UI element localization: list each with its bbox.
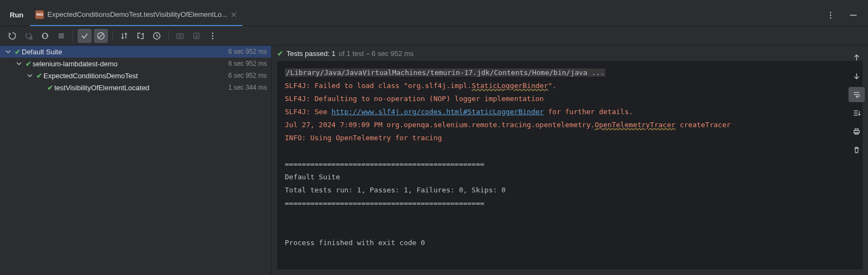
scroll-up-icon[interactable] — [848, 50, 865, 65]
svg-point-12 — [212, 38, 214, 39]
check-icon: ✔ — [277, 49, 283, 58]
pass-check-icon: ✔ — [24, 60, 33, 68]
test-node-name: ExpectedConditionsDemoTest — [43, 72, 228, 80]
console-java-path: /Library/Java/JavaVirtualMachines/temuri… — [285, 68, 605, 77]
show-ignored-icon[interactable] — [94, 29, 108, 43]
console-output[interactable]: /Library/Java/JavaVirtualMachines/temuri… — [277, 61, 863, 270]
test-node-name: Default Suite — [22, 48, 228, 56]
import-tests-icon[interactable] — [173, 29, 187, 43]
stop-icon[interactable] — [54, 29, 68, 43]
console-side-toolbar — [845, 46, 868, 158]
test-node-name: selenium-lambdatest-demo — [33, 60, 228, 68]
svg-point-1 — [830, 14, 832, 16]
test-node-time: 6 sec 952 ms — [228, 48, 267, 55]
test-tree-row[interactable]: ✔selenium-lambdatest-demo6 sec 952 ms — [0, 58, 271, 70]
summary-dash: – — [366, 49, 369, 58]
console-line: Total tests run: 1, Passes: 1, Failures:… — [285, 186, 506, 194]
chevron-down-icon[interactable] — [16, 61, 24, 66]
summary-passed-count: 1 — [331, 49, 335, 58]
clear-all-icon[interactable] — [848, 142, 865, 158]
console-line: INFO: Using OpenTelemetry for tracing — [285, 134, 442, 142]
test-history-icon[interactable] — [150, 29, 164, 43]
more-actions-icon[interactable] — [824, 8, 838, 22]
svg-rect-4 — [59, 33, 64, 39]
svg-point-11 — [212, 35, 214, 36]
toolbar-divider — [73, 30, 73, 41]
test-node-time: 6 sec 952 ms — [228, 72, 267, 79]
console-line: ". — [548, 82, 557, 90]
expand-all-icon[interactable] — [133, 29, 148, 43]
test-tree-row[interactable]: ✔ExpectedConditionsDemoTest6 sec 952 ms — [0, 70, 271, 82]
run-tab-title: ExpectedConditionsDemoTest.testVisibilit… — [47, 10, 227, 18]
console-line: Default Suite — [285, 173, 340, 181]
pass-check-icon: ✔ — [46, 84, 54, 92]
test-node-time: 1 sec 344 ms — [228, 84, 267, 91]
console-link[interactable]: http://www.slf4j.org/codes.html#StaticLo… — [331, 108, 544, 116]
svg-rect-14 — [855, 129, 858, 130]
toolbar-divider — [112, 30, 113, 41]
test-node-name: testVisibilityOfElementLocated — [54, 84, 228, 92]
export-tests-icon[interactable] — [189, 29, 203, 43]
console-line: createTracer — [675, 121, 731, 129]
close-tab-icon[interactable] — [231, 11, 237, 18]
console-line: SLF4J: See — [285, 108, 331, 116]
test-tree-row[interactable]: ✔testVisibilityOfElementLocated1 sec 344… — [0, 82, 271, 93]
show-passed-icon[interactable] — [78, 29, 92, 43]
rerun-failed-icon[interactable] — [22, 29, 36, 43]
run-configuration-tab[interactable]: NG ExpectedConditionsDemoTest.testVisibi… — [30, 4, 242, 26]
pass-check-icon: ✔ — [35, 72, 43, 80]
testng-file-icon: NG — [35, 10, 44, 19]
console-line: for further details. — [544, 108, 633, 116]
console-separator: ========================================… — [285, 199, 484, 207]
test-tree-row[interactable]: ✔Default Suite6 sec 952 ms — [0, 46, 271, 58]
toolbar-more-icon[interactable] — [206, 29, 220, 43]
console-line: Process finished with exit code 0 — [285, 239, 425, 247]
svg-point-2 — [830, 17, 832, 18]
rerun-icon[interactable] — [5, 29, 20, 43]
scroll-to-end-icon[interactable] — [848, 105, 865, 121]
print-icon[interactable] — [848, 124, 865, 139]
console-separator: ========================================… — [285, 160, 484, 168]
test-node-time: 6 sec 952 ms — [228, 60, 267, 67]
partial-tab-peek: LambdaTestECommerceTests — [71, 0, 164, 1]
summary-of: of 1 test — [339, 49, 363, 58]
console-line: StaticLoggerBinder — [471, 82, 548, 90]
minimize-icon[interactable] — [846, 8, 860, 22]
chevron-down-icon[interactable] — [5, 49, 13, 54]
scroll-down-icon[interactable] — [848, 68, 865, 84]
svg-rect-7 — [177, 34, 183, 39]
summary-prefix: Tests passed: — [286, 49, 330, 58]
run-tool-header: Run NG ExpectedConditionsDemoTest.testVi… — [0, 4, 868, 26]
summary-duration: 6 sec 952 ms — [372, 49, 413, 58]
console-line: Jul 27, 2024 7:09:09 PM org.openqa.selen… — [285, 121, 595, 129]
console-line: OpenTelemetryTracer — [595, 121, 675, 129]
toggle-autotest-icon[interactable] — [38, 29, 52, 43]
svg-point-0 — [830, 11, 832, 13]
pass-check-icon: ✔ — [13, 48, 22, 56]
svg-point-8 — [179, 35, 181, 37]
soft-wrap-icon[interactable] — [848, 87, 865, 102]
console-line: SLF4J: Defaulting to no-operation (NOP) … — [285, 95, 544, 103]
toolbar-divider — [168, 30, 169, 41]
console-line: SLF4J: Failed to load class "org.slf4j.i… — [285, 82, 471, 90]
svg-point-3 — [29, 36, 33, 40]
run-label: Run — [0, 11, 30, 19]
test-tree[interactable]: ✔Default Suite6 sec 952 ms✔selenium-lamb… — [0, 46, 271, 275]
sort-icon[interactable] — [117, 29, 131, 43]
run-toolbar — [0, 26, 868, 46]
chevron-down-icon[interactable] — [27, 73, 35, 78]
svg-point-10 — [212, 32, 214, 34]
test-summary: ✔ Tests passed: 1 of 1 test – 6 sec 952 … — [272, 46, 868, 61]
